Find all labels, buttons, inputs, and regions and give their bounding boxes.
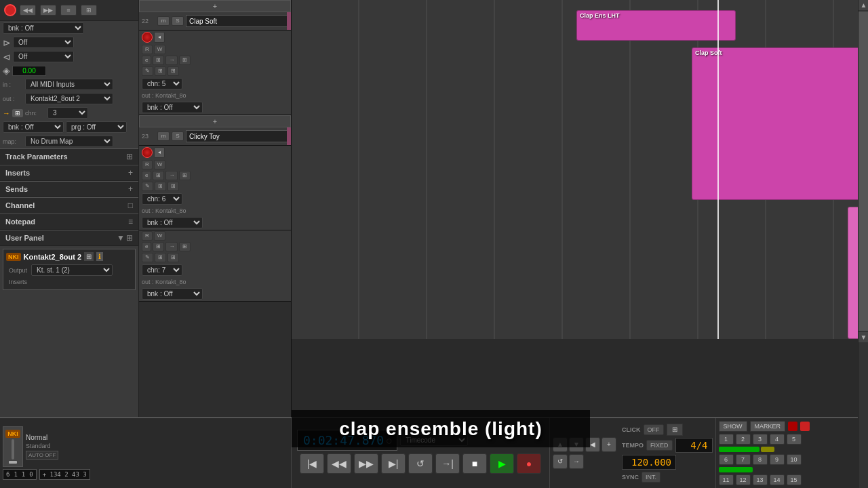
track-22-ins[interactable]: ⊞ [153,56,164,65]
marker-6[interactable]: 6 [719,454,734,465]
marker-1[interactable]: 1 [719,434,734,445]
track-22-eq[interactable]: e [142,56,151,65]
clip-clap-ens-lht[interactable]: Clap Ens LHT [576,10,736,41]
track-22-chn-dropdown[interactable]: chn: 5 [142,78,182,89]
track-22-copy[interactable]: ⊞ [155,66,166,76]
track-24-send[interactable]: → [165,242,178,251]
nav-cycle[interactable]: ↺ [553,454,568,469]
track-24-eq[interactable]: e [142,242,151,251]
track-24-copy[interactable]: ⊞ [155,253,166,262]
click-mode[interactable]: ⊞ [667,424,683,436]
track-22-write[interactable]: W [154,45,166,54]
track-24-pencil[interactable]: ✎ [142,253,153,262]
bnk2-dropdown[interactable]: bnk : Off [3,121,64,133]
output-dropdown[interactable]: Kt. st. 1 (2) [31,264,113,276]
inserts-section[interactable]: Inserts + [0,165,138,181]
marker-15[interactable]: 15 [787,474,802,485]
power-button[interactable] [4,4,16,16]
track-23-record[interactable] [142,147,153,158]
cycle-btn[interactable]: ↺ [408,453,433,474]
marker-5[interactable]: 5 [787,434,802,445]
marker-12[interactable]: 12 [736,474,751,485]
prg-dropdown[interactable]: prg : Off [66,121,127,133]
track-23-bnk-dropdown[interactable]: bnk : Off [142,217,203,228]
notepad-section[interactable]: Notepad ≡ [0,214,138,230]
track-22-name[interactable] [186,15,288,27]
show-btn[interactable]: SHOW [719,421,747,432]
map-dropdown[interactable]: No Drum Map [25,136,113,147]
track-23-mix[interactable]: ⊞ [179,171,191,180]
track-23-mute[interactable]: m [157,131,170,141]
track-22-mute[interactable]: m [157,16,170,26]
track-23-ins[interactable]: ⊞ [153,171,164,180]
marker-9[interactable]: 9 [770,454,785,465]
punch-in[interactable]: →| [435,453,460,474]
marker-13[interactable]: 13 [753,474,768,485]
knob2-dropdown[interactable]: Off [13,51,74,62]
sends-section[interactable]: Sends + [0,181,138,197]
channel-section[interactable]: Channel □ [0,197,138,214]
extra-btn[interactable]: ⊞ [81,5,97,16]
marker-4[interactable]: 4 [770,434,785,445]
rewind-to-start[interactable]: |◀ [300,453,324,474]
track-23-solo[interactable]: S [172,131,184,141]
track-22-mix[interactable]: ⊞ [179,56,191,65]
track-24-bnk-dropdown[interactable]: bnk : Off [142,288,203,300]
marker-10[interactable]: 10 [787,454,802,465]
track-24-grid[interactable]: ⊞ [167,253,179,262]
menu-btn[interactable]: ≡ [60,5,77,16]
track-22-record[interactable] [142,32,153,43]
ffwd-btn[interactable]: ▶▶ [40,5,56,16]
nav-add[interactable]: + [601,437,616,452]
rewind-prev[interactable]: ◀◀ [327,453,351,474]
track-22-monitor[interactable]: ◂ [154,32,165,43]
marker-3[interactable]: 3 [753,434,768,445]
track-22-pencil[interactable]: ✎ [142,66,153,76]
add-track-mid[interactable]: + [139,115,291,127]
click-off-btn[interactable]: OFF [644,424,664,435]
play-btn[interactable]: ▶ [490,453,514,474]
track-22-bnk-dropdown[interactable]: bnk : Off [142,102,203,113]
track-23-read[interactable]: R [142,160,153,169]
stop-btn[interactable]: ■ [462,453,487,474]
track-22-grid[interactable]: ⊞ [167,66,179,76]
track-23-grid[interactable]: ⊞ [167,182,179,191]
in-dropdown[interactable]: All MIDI Inputs [25,79,113,90]
marker-2[interactable]: 2 [736,434,751,445]
marker-14[interactable]: 14 [770,474,785,485]
track-23-send[interactable]: → [165,171,178,180]
track-24-write[interactable]: W [154,231,166,241]
track-23-pencil[interactable]: ✎ [142,182,153,191]
track-24-mix[interactable]: ⊞ [179,242,191,251]
tempo-fixed-btn[interactable]: FIXED [646,440,673,451]
knob3-value[interactable]: 0.00 [12,66,46,76]
arr-scroll-thumb[interactable] [859,12,868,331]
track-23-write[interactable]: W [154,160,166,169]
add-track-top[interactable]: + [139,0,291,12]
plugin-info[interactable]: ℹ [96,252,103,261]
rewind-btn[interactable]: ◀◀ [20,5,36,16]
nav-punch[interactable]: → [569,454,584,469]
track-24-ins[interactable]: ⊞ [153,242,164,251]
track-22-send[interactable]: → [165,56,178,65]
marker-8[interactable]: 8 [753,454,768,465]
out-dropdown[interactable]: Kontakt2_8out 2 [25,93,113,104]
bank-dropdown[interactable]: bnk : Off [3,22,84,34]
track-23-eq[interactable]: e [142,171,151,180]
track-23-chn-dropdown[interactable]: chn: 6 [142,193,182,205]
track-23-copy[interactable]: ⊞ [155,182,166,191]
marker-11[interactable]: 11 [719,474,734,485]
record-btn[interactable]: ● [517,453,541,474]
arr-scroll-up[interactable]: ▲ [859,0,868,10]
marker-7[interactable]: 7 [736,454,751,465]
clip-bottom[interactable] [848,207,858,339]
user-panel-section[interactable]: User Panel ▼ ⊞ [0,230,138,246]
track-24-read[interactable]: R [142,231,153,241]
chn-dropdown[interactable]: 3 [47,107,88,119]
track-23-name[interactable] [186,130,288,142]
track-23-monitor[interactable]: ◂ [154,147,165,158]
arrange-grid[interactable]: Clap Ens LHT Clap Soft ·▪·▪·▪··▪·▪·▪· [292,0,858,339]
track-24-chn-dropdown[interactable]: chn: 7 [142,264,182,276]
track-22-solo[interactable]: S [172,16,184,26]
clip-clap-soft[interactable]: Clap Soft ·▪·▪·▪··▪·▪·▪· [692,47,858,200]
